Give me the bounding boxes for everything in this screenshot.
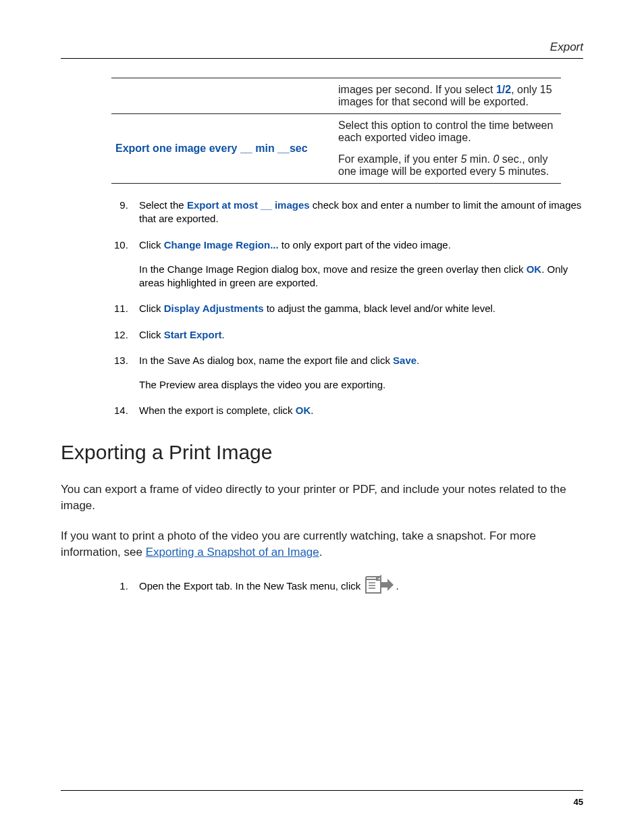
- header-rule: [61, 58, 583, 59]
- list-item: Select the Export at most __ images chec…: [131, 199, 583, 226]
- text: min.: [466, 153, 493, 165]
- page-number: 45: [574, 797, 583, 807]
- steps-list: Select the Export at most __ images chec…: [131, 199, 583, 418]
- list-item: Click Start Export.: [131, 328, 583, 342]
- option-label: Export one image every __ min __sec: [115, 142, 308, 154]
- list-item: When the export is complete, click OK.: [131, 404, 583, 417]
- list-item: Click Display Adjustments to adjust the …: [131, 302, 583, 315]
- text: Select the: [139, 199, 187, 211]
- text: Click: [139, 239, 164, 251]
- table-row: Export one image every __ min __sec Sele…: [111, 114, 561, 184]
- snapshot-link[interactable]: Exporting a Snapshot of an Image: [146, 546, 319, 558]
- sub-paragraph: In the Change Image Region dialog box, m…: [139, 263, 583, 290]
- table-cell-right: Select this option to control the time b…: [334, 114, 561, 184]
- bold-term: Export at most __ images: [187, 199, 310, 211]
- text: In the Save As dialog box, name the expo…: [139, 355, 393, 366]
- italic-value: 5: [460, 153, 466, 165]
- print-export-icon: [365, 575, 394, 598]
- text: .: [396, 580, 398, 592]
- sub-paragraph: The Preview area displays the video you …: [139, 378, 583, 392]
- steps-list-2: Open the Export tab. In the New Task men…: [131, 575, 583, 598]
- bold-term: Change Image Region...: [164, 239, 279, 251]
- bold-term: 1/2: [496, 84, 511, 95]
- footer-rule: [61, 790, 583, 791]
- text: .: [319, 546, 323, 558]
- text: .: [311, 405, 313, 416]
- bold-term: OK: [527, 263, 542, 275]
- list-item: Open the Export tab. In the New Task men…: [131, 575, 583, 598]
- text: to only export part of the video image.: [279, 239, 451, 251]
- table-row: images per second. If you select 1/2, on…: [111, 78, 561, 114]
- body-paragraph: You can export a frame of video directly…: [61, 481, 583, 515]
- text: Select this option to control the time b…: [338, 120, 557, 144]
- table-cell-right: images per second. If you select 1/2, on…: [334, 78, 561, 114]
- text: .: [417, 355, 419, 366]
- text: to adjust the gamma, black level and/or …: [263, 303, 495, 314]
- bold-term: OK: [296, 405, 311, 416]
- bold-term: Save: [393, 355, 417, 366]
- bold-term: Display Adjustments: [164, 303, 264, 314]
- text: Open the Export tab. In the New Task men…: [139, 580, 363, 592]
- text: Click: [139, 303, 164, 314]
- list-item: Click Change Image Region... to only exp…: [131, 238, 583, 290]
- section-heading: Exporting a Print Image: [61, 441, 583, 464]
- table-cell-left: Export one image every __ min __sec: [111, 114, 334, 184]
- text: In the Change Image Region dialog box, m…: [139, 263, 527, 275]
- options-table: images per second. If you select 1/2, on…: [111, 78, 561, 184]
- text: .: [222, 329, 225, 340]
- body-paragraph: If you want to print a photo of the vide…: [61, 528, 583, 561]
- bold-term: Start Export: [164, 329, 222, 340]
- text: Click: [139, 329, 164, 340]
- page: Export images per second. If you select …: [0, 0, 644, 834]
- text: For example, if you enter: [338, 153, 460, 165]
- list-item: In the Save As dialog box, name the expo…: [131, 354, 583, 392]
- header-section-label: Export: [61, 41, 583, 54]
- text: When the export is complete, click: [139, 405, 296, 416]
- text: For example, if you enter 5 min. 0 sec.,…: [338, 153, 557, 178]
- table-cell-left: [111, 78, 334, 114]
- text: images per second. If you select: [338, 84, 496, 95]
